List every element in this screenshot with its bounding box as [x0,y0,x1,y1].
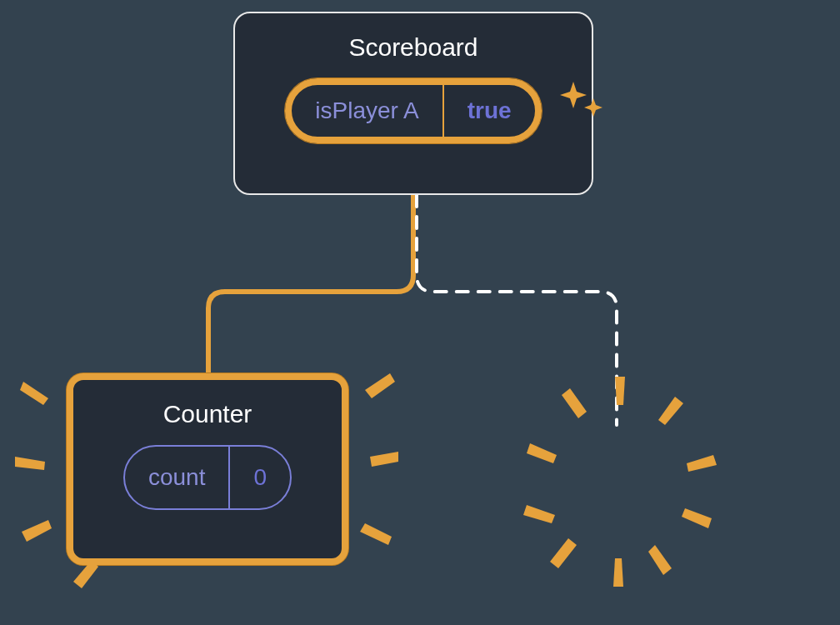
svg-marker-1 [15,457,45,470]
svg-marker-11 [648,545,672,575]
svg-marker-15 [527,443,557,463]
svg-marker-12 [613,558,623,587]
sparkle-icon [557,78,607,128]
svg-marker-5 [370,452,398,467]
burst-left-icon [15,340,398,607]
scoreboard-state-label: isPlayer A [292,85,444,137]
svg-marker-10 [682,508,712,528]
svg-marker-8 [658,397,683,425]
svg-marker-3 [73,560,98,588]
svg-marker-7 [615,377,625,405]
svg-marker-0 [20,382,48,405]
svg-marker-9 [687,455,717,472]
svg-marker-2 [22,520,52,542]
svg-marker-14 [523,505,555,523]
svg-marker-4 [365,373,395,398]
scoreboard-state-pill: isPlayer A true [285,78,541,143]
svg-marker-13 [550,538,577,568]
svg-marker-6 [360,523,392,545]
diagram-canvas: Scoreboard isPlayer A true Counter count… [0,0,840,625]
svg-marker-16 [562,388,587,418]
burst-right-icon [508,372,733,597]
scoreboard-title: Scoreboard [348,33,478,62]
scoreboard-state-value: true [444,85,535,137]
scoreboard-node: Scoreboard isPlayer A true [233,12,593,195]
